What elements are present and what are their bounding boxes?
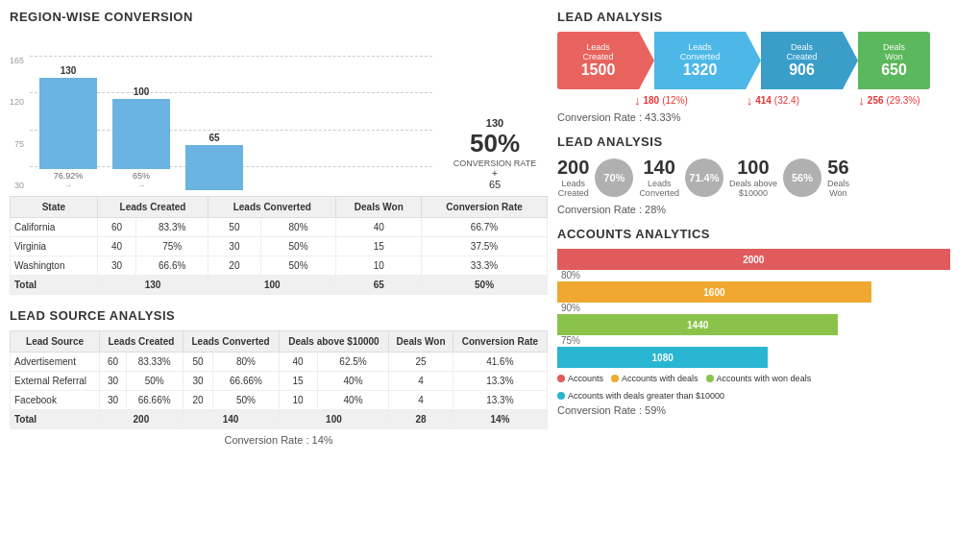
circle-56: 56% [783, 158, 821, 197]
table-row: Facebook 3066.66% 2050% 1040% 4 13.3% [11, 391, 548, 410]
lead-analysis-mid-conv-rate: Conversion Rate : 28% [557, 204, 970, 215]
legend-accounts: Accounts [557, 374, 603, 383]
circle-70: 70% [595, 158, 633, 197]
lead-source-conversion-rate: Conversion Rate : 14% [10, 434, 548, 446]
metric-deals-won: 56 DealsWon [827, 157, 849, 198]
accounts-section: ACCOUNTS ANALYTICS 2000 80% 1600 90% [557, 227, 970, 416]
funnel-deals-created: Deals Created 906 [761, 32, 843, 89]
arrow-1 [639, 32, 654, 89]
bar-row-2000: 2000 80% [557, 249, 970, 280]
th-leads-created-ls: Leads Created [100, 331, 183, 353]
th-deals-won-ls: Deals Won [389, 331, 453, 353]
lead-analysis-top-conv-rate: Conversion Rate : 43.33% [557, 111, 970, 123]
change-2: ↓ 414 (32.4) [747, 93, 859, 108]
table-row: Advertisement 6083.33% 5080% 4062.5% 25 … [11, 353, 548, 372]
funnel-leads-converted: Leads Converted 1320 [654, 32, 746, 89]
th-leads-converted: Leads Converted [208, 197, 336, 218]
bar-deals-won: 65 [185, 133, 243, 190]
accounts-conv-rate: Conversion Rate : 59% [557, 404, 970, 416]
th-state: State [11, 197, 98, 218]
bar-row-1080: 1080 [557, 347, 970, 368]
th-deals-won: Deals Won [336, 197, 422, 218]
table-total-row: Total 130 100 65 50% [11, 276, 548, 295]
lead-source-title: LEAD SOURCE ANALYSIS [10, 308, 548, 323]
y-labels: 165 120 75 30 [10, 56, 24, 190]
arrow-3 [843, 32, 858, 89]
change-indicators: ↓ 180 (12%) ↓ 414 (32.4) ↓ 256 (29.3%) [557, 93, 970, 108]
right-panel: LEAD ANALYSIS Leads Created 1500 Leads C… [557, 10, 970, 446]
bar-row-1440: 1440 75% [557, 314, 970, 346]
metric-leads-created: 200 LeadsCreated [557, 157, 589, 198]
table-row: California 6083.3% 5080% 40 66.7% [11, 218, 548, 237]
legend-accounts-won: Accounts with won deals [706, 374, 812, 383]
accounts-bars: 2000 80% 1600 90% 1440 75% [557, 249, 970, 368]
lead-analysis-top-title: LEAD ANALYSIS [557, 10, 970, 24]
lead-analysis-mid: LEAD ANALYSIS 200 LeadsCreated 70% 140 L… [557, 134, 970, 215]
bar-leads-created: 130 76.92% → [39, 65, 97, 190]
metric-leads-converted: 140 LeadsConverted [639, 157, 679, 198]
table-row: External Referral 3050% 3066.66% 1540% 4… [11, 372, 548, 391]
lead-source-section: LEAD SOURCE ANALYSIS Lead Source Leads C… [10, 308, 548, 446]
lead-source-table: Lead Source Leads Created Leads Converte… [10, 330, 548, 429]
bar-leads-converted: 100 65% → [112, 86, 170, 190]
change-3: ↓ 256 (29.3%) [858, 93, 970, 108]
accounts-title: ACCOUNTS ANALYTICS [557, 227, 970, 241]
bar-row-1600: 1600 90% [557, 281, 970, 313]
table-total-row: Total 200 140 100 28 14% [11, 410, 548, 429]
circle-71: 71.4% [685, 158, 723, 197]
lead-analysis-top: LEAD ANALYSIS Leads Created 1500 Leads C… [557, 10, 970, 123]
th-conv-rate-ls: Conversion Rate [453, 331, 547, 353]
accounts-legend: Accounts Accounts with deals Accounts wi… [557, 374, 970, 401]
region-title: REGION-WISE CONVERSION [10, 10, 548, 24]
lead-metrics-row: 200 LeadsCreated 70% 140 LeadsConverted … [557, 157, 970, 198]
funnel-row: Leads Created 1500 Leads Converted 1320 … [557, 32, 970, 89]
region-table: State Leads Created Leads Converted Deal… [10, 196, 548, 295]
left-panel: REGION-WISE CONVERSION 165 120 75 30 [10, 10, 548, 446]
funnel-leads-created: Leads Created 1500 [557, 32, 639, 89]
change-1: ↓ 180 (12%) [634, 93, 747, 108]
th-conv-rate: Conversion Rate [422, 197, 548, 218]
lead-analysis-mid-title: LEAD ANALYSIS [557, 134, 970, 149]
region-section: REGION-WISE CONVERSION 165 120 75 30 [10, 10, 548, 295]
metric-deals-above: 100 Deals above$10000 [729, 157, 777, 198]
table-row: Virginia 4075% 3050% 15 37.5% [11, 237, 548, 256]
legend-accounts-deals: Accounts with deals [611, 374, 698, 383]
legend-accounts-gt10k: Accounts with deals greater than $10000 [557, 391, 724, 401]
arrow-2 [746, 32, 761, 89]
table-row: Washington 3066.6% 2050% 10 33.3% [11, 256, 548, 276]
conversion-display: 130 50% CONVERSION RATE + 65 [432, 117, 548, 190]
th-leads-created: Leads Created [97, 197, 208, 218]
funnel-deals-won: Deals Won 650 [858, 32, 930, 89]
th-leads-converted-ls: Leads Converted [183, 331, 279, 353]
th-deals-above: Deals above $10000 [279, 331, 389, 353]
th-lead-source: Lead Source [11, 331, 100, 353]
